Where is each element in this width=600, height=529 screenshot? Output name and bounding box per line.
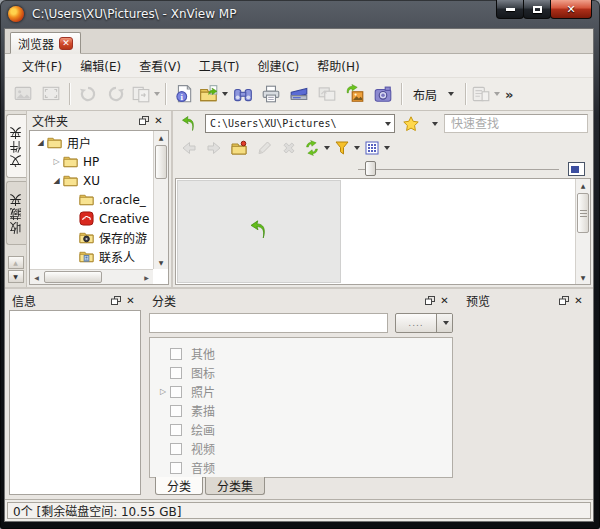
chevron-down-icon[interactable] [222,92,228,96]
parent-folder-button[interactable] [178,113,200,135]
tree-item[interactable]: ◢XU [30,171,153,190]
tree-item[interactable]: 联系人 [30,247,153,266]
category-menu-dropdown[interactable] [436,314,452,332]
quick-search-input[interactable] [445,115,587,132]
category-item[interactable]: 图标 [150,363,452,382]
strip-scroll-up-button[interactable]: ▲ [8,256,24,269]
open-folder-button[interactable] [198,80,229,108]
filter-button[interactable] [333,137,360,159]
tree-item[interactable]: ▷HP [30,152,153,171]
category-filter-input[interactable] [150,314,387,332]
close-panel-button[interactable]: ✕ [151,114,166,128]
close-button[interactable]: ✕ [550,0,592,19]
slideshow-button[interactable] [341,80,369,108]
menubar-item[interactable]: 编辑(E) [71,54,130,77]
scrollbar-thumb[interactable] [44,271,102,283]
float-panel-button[interactable] [556,294,571,308]
convert-button[interactable] [130,80,161,108]
parent-folder-item[interactable] [177,180,341,283]
toolbar-overflow-button[interactable]: » [501,87,517,102]
category-checkbox[interactable] [170,462,182,474]
rotate-right-button[interactable] [102,80,130,108]
rotate-left-button[interactable] [74,80,102,108]
compare-button[interactable] [313,80,341,108]
close-panel-button[interactable]: ✕ [437,294,452,308]
menubar-item[interactable]: 创建(C) [249,54,309,77]
chevron-down-icon[interactable] [494,92,500,96]
layout-button[interactable]: 布局 [406,81,461,107]
tree-expander-icon[interactable]: ◢ [50,176,63,185]
favorites-dropdown-button[interactable] [427,113,439,135]
tree-horizontal-scrollbar[interactable]: ◀ ▶ [30,269,153,284]
category-expander-icon[interactable]: ▷ [156,387,170,396]
category-menu-button[interactable]: .... [395,313,453,333]
tree-expander-icon[interactable]: ▷ [50,157,63,166]
display-mode-button[interactable] [568,162,585,176]
tree-expander-icon[interactable]: ◢ [34,138,47,147]
menubar-item[interactable]: 工具(T) [190,54,249,77]
properties-button[interactable]: i [170,80,198,108]
thumbnail-size-slider-handle[interactable] [365,161,376,176]
float-panel-button[interactable] [422,294,437,308]
tree-vertical-scrollbar[interactable]: ▲ ▼ [153,131,168,269]
strip-scroll-down-button[interactable]: ▼ [8,270,24,283]
close-panel-button[interactable]: ✕ [123,294,138,308]
category-item[interactable]: 其他 [150,344,452,363]
category-item[interactable]: 音频 [150,458,452,477]
viewer-button[interactable] [9,80,37,108]
maximize-button[interactable] [523,0,551,19]
side-tab-folders[interactable]: 文件夹 [6,114,26,178]
category-checkbox[interactable] [170,367,182,379]
scroll-up-icon[interactable]: ▲ [155,131,167,144]
thumbnail-size-slider-track[interactable] [358,169,559,170]
minimize-button[interactable] [496,0,524,19]
search-button[interactable] [229,80,257,108]
tab-browser[interactable]: 浏览器✕ [10,32,81,54]
chevron-down-icon[interactable] [154,92,160,96]
capture-button[interactable] [369,80,397,108]
float-panel-button[interactable] [136,114,151,128]
menubar-item[interactable]: 文件(F) [13,54,71,77]
scan-button[interactable] [285,80,313,108]
scroll-down-icon[interactable]: ▼ [155,256,167,269]
scrollbar-thumb[interactable] [155,145,167,179]
chevron-down-icon[interactable] [324,146,330,150]
back-button[interactable] [178,137,200,159]
category-checkbox[interactable] [170,424,182,436]
delete-button[interactable] [278,137,300,159]
browser-vertical-scrollbar[interactable]: ▲ ▼ [575,179,590,284]
scroll-right-icon[interactable]: ▶ [140,271,153,283]
forward-button[interactable] [203,137,225,159]
edit-button[interactable] [253,137,275,159]
chevron-down-icon[interactable] [354,146,360,150]
path-combobox[interactable]: C:\Users\XU\Pictures\ [205,114,395,133]
fullscreen-button[interactable] [37,80,65,108]
view-mode-button[interactable] [363,137,390,159]
category-item[interactable]: 绘画 [150,420,452,439]
category-checkbox[interactable] [170,443,182,455]
category-item[interactable]: 视频 [150,439,452,458]
side-tab-favorites[interactable]: 收藏夹 [6,181,26,245]
category-tab-categories[interactable]: 分类 [155,477,203,495]
path-dropdown-button[interactable] [379,115,394,132]
scrollbar-thumb[interactable] [577,193,589,233]
chevron-down-icon[interactable] [384,146,390,150]
tree-item[interactable]: .oracle_ [30,190,153,209]
menubar-item[interactable]: 查看(V) [130,54,190,77]
print-button[interactable] [257,80,285,108]
favorites-button[interactable] [400,113,422,135]
scroll-left-icon[interactable]: ◀ [30,271,43,283]
float-panel-button[interactable] [108,294,123,308]
scroll-down-icon[interactable]: ▼ [577,271,589,284]
menubar-item[interactable]: 帮助(H) [308,54,368,77]
category-checkbox[interactable] [170,348,182,360]
category-tab-category-sets[interactable]: 分类集 [205,477,265,495]
category-checkbox[interactable] [170,405,182,417]
new-folder-button[interactable] [228,137,250,159]
category-checkbox[interactable] [170,386,182,398]
category-item[interactable]: 素描 [150,401,452,420]
refresh-button[interactable] [303,137,330,159]
tree-item[interactable]: Creative [30,209,153,228]
category-item[interactable]: ▷照片 [150,382,452,401]
tree-item[interactable]: ◢用户 [30,133,153,152]
